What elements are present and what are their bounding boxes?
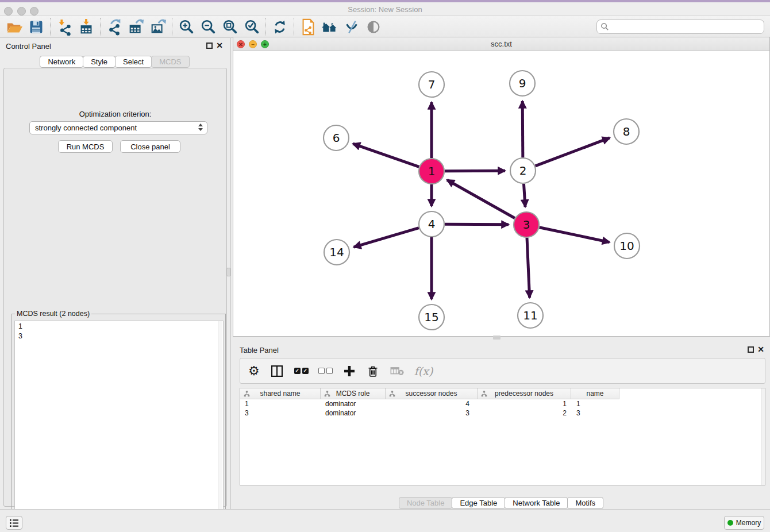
unchecked-checkbox-icon [318, 368, 325, 374]
zoom-out-button[interactable] [197, 17, 219, 37]
edge-1-2[interactable] [445, 171, 505, 171]
panel-splitter-grip[interactable] [226, 268, 231, 276]
cell-predecessor-nodes[interactable]: 1 [478, 399, 571, 408]
run-mcds-button[interactable]: Run MCDS [58, 140, 113, 153]
column-header-successor-nodes[interactable]: successor nodes [386, 388, 478, 399]
float-panel-icon[interactable] [206, 43, 213, 49]
node-label-15: 15 [424, 310, 438, 324]
edge-4-14[interactable] [354, 228, 419, 248]
memory-button[interactable]: Memory [724, 516, 764, 530]
toolbar-separator [172, 18, 172, 36]
network-resize-grip[interactable] [493, 336, 500, 340]
tab-network[interactable]: Network [40, 56, 83, 68]
cell-MCDS-role[interactable]: dominator [321, 408, 386, 418]
zoom-selected-button[interactable] [241, 17, 263, 37]
edge-3-11[interactable] [527, 238, 530, 298]
node-label-7: 7 [428, 78, 436, 91]
cell-shared-name[interactable]: 1 [240, 399, 321, 408]
split-panel-button[interactable] [270, 363, 284, 380]
task-history-button[interactable] [6, 516, 22, 530]
column-type-icon [389, 391, 395, 397]
column-header-shared-name[interactable]: shared name [240, 388, 321, 399]
edge-2-9[interactable] [522, 101, 523, 157]
edge-2-8[interactable] [536, 138, 610, 166]
toolbar-separator [100, 18, 101, 36]
edge-1-6[interactable] [353, 144, 419, 167]
cell-successor-nodes[interactable]: 3 [386, 408, 478, 418]
show-graphics-details-button[interactable] [363, 17, 384, 37]
edge-4-3[interactable] [445, 224, 509, 225]
cell-shared-name[interactable]: 3 [240, 408, 321, 418]
zoom-fit-icon [221, 18, 238, 36]
table-row[interactable]: 1dominator411 [240, 399, 765, 408]
trash-icon [366, 364, 380, 378]
search-input[interactable] [596, 20, 764, 34]
mcds-result-textarea[interactable]: 1 3 [14, 321, 224, 531]
close-table-panel-icon[interactable]: ✕ [757, 345, 764, 354]
cell-name[interactable]: 1 [571, 399, 619, 408]
select-all-button[interactable]: ✓ ✓ [294, 363, 309, 380]
memory-status-dot [727, 520, 733, 526]
column-header-label: predecessor nodes [495, 390, 553, 398]
tab-motifs[interactable]: Motifs [567, 497, 603, 509]
cell-successor-nodes[interactable]: 4 [386, 399, 478, 408]
add-column-button[interactable] [342, 363, 356, 380]
save-floppy-icon [28, 19, 44, 35]
save-session-button[interactable] [25, 17, 47, 37]
close-panel-icon[interactable]: ✕ [216, 41, 223, 50]
mcds-result-scrollbar[interactable] [218, 321, 222, 530]
deselect-all-button[interactable] [318, 363, 333, 380]
cell-MCDS-role[interactable]: dominator [321, 399, 386, 408]
column-settings-button[interactable]: ⚙ [248, 363, 260, 380]
network-window-titlebar[interactable]: ✕ – + scc.txt [233, 37, 769, 51]
table-scrollbar[interactable] [761, 388, 765, 485]
import-table-button[interactable] [75, 17, 97, 37]
table-panel-title: Table Panel [240, 346, 279, 354]
window-titlebar[interactable]: Session: New Session [0, 2, 770, 16]
import-table-icon [78, 18, 95, 36]
edge-2-3[interactable] [523, 184, 525, 207]
tab-network-table[interactable]: Network Table [505, 497, 568, 509]
tab-style[interactable]: Style [83, 56, 116, 68]
delete-table-button[interactable] [390, 363, 405, 380]
node-label-10: 10 [619, 239, 634, 253]
delete-column-button[interactable] [366, 363, 380, 380]
network-from-file-button[interactable] [297, 17, 319, 37]
zoom-fit-button[interactable] [219, 17, 241, 37]
eye-icon [365, 18, 382, 36]
tab-edge-table[interactable]: Edge Table [452, 497, 505, 509]
tab-node-table[interactable]: Node Table [399, 497, 453, 509]
cell-name[interactable]: 3 [571, 408, 619, 418]
import-network-button[interactable] [53, 17, 75, 37]
optimization-criterion-dropdown[interactable]: strongly connected component [29, 121, 207, 134]
float-table-panel-icon[interactable] [748, 346, 754, 353]
column-header-MCDS-role[interactable]: MCDS role [321, 388, 386, 399]
column-type-icon [244, 391, 250, 397]
table-body: 1dominator4113dominator323 [240, 399, 765, 418]
export-image-button[interactable] [147, 17, 169, 37]
home-view-button[interactable] [319, 17, 341, 37]
open-session-button[interactable] [3, 17, 25, 37]
function-builder-button[interactable]: f(x) [414, 363, 433, 380]
edge-3-10[interactable] [540, 228, 610, 242]
column-type-icon [324, 391, 330, 397]
network-canvas[interactable]: 7968123414101511 [233, 51, 769, 336]
tab-mcds[interactable]: MCDS [151, 56, 189, 68]
close-panel-button[interactable]: Close panel [120, 140, 180, 153]
tab-select[interactable]: Select [115, 56, 152, 68]
edge-3-1[interactable] [447, 180, 515, 218]
node-table: shared nameMCDS rolesuccessor nodesprede… [240, 388, 765, 485]
hide-graphics-details-button[interactable] [341, 17, 363, 37]
column-header-predecessor-nodes[interactable]: predecessor nodes [478, 388, 571, 399]
export-table-icon [128, 18, 145, 36]
window-title: Session: New Session [0, 5, 770, 14]
table-row[interactable]: 3dominator323 [240, 408, 765, 418]
cell-predecessor-nodes[interactable]: 2 [478, 408, 571, 418]
column-header-label: successor nodes [405, 390, 457, 398]
refresh-button[interactable] [269, 17, 291, 37]
export-network-button[interactable] [103, 17, 125, 37]
zoom-in-button[interactable] [175, 17, 197, 37]
column-header-name[interactable]: name [571, 388, 619, 399]
network-graph[interactable]: 7968123414101511 [233, 51, 769, 336]
export-table-button[interactable] [125, 17, 147, 37]
